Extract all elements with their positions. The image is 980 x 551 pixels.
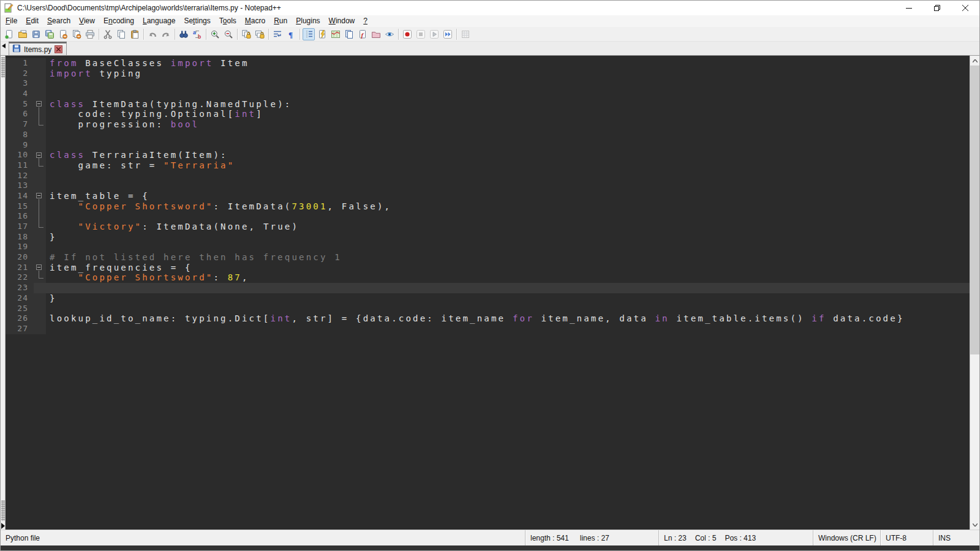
code-text[interactable]: # If not listed here then has frequency … xyxy=(46,252,970,263)
menu-help[interactable]: ? xyxy=(359,15,372,27)
fold-collapse-icon[interactable] xyxy=(34,263,46,273)
code-text[interactable]: class TerrariaItem(Item): xyxy=(46,150,970,160)
zoom-out-icon[interactable] xyxy=(222,28,235,40)
code-editor[interactable]: 1from BaseClasses import Item2import typ… xyxy=(6,56,970,530)
doc-switcher-icon[interactable] xyxy=(343,28,355,40)
new-file-icon[interactable] xyxy=(3,28,15,40)
line-number: 2 xyxy=(6,69,34,79)
toolbar-separator xyxy=(237,29,238,40)
fold-collapse-icon[interactable] xyxy=(34,150,46,160)
tab-close-icon[interactable] xyxy=(55,45,62,53)
print-icon[interactable] xyxy=(84,28,96,40)
tab-items-py[interactable]: Items.py xyxy=(9,42,67,55)
code-text[interactable] xyxy=(46,140,970,151)
code-text[interactable]: item_frequencies = { xyxy=(46,263,970,273)
fold-collapse-icon[interactable] xyxy=(34,99,46,110)
menu-encoding[interactable]: Encoding xyxy=(99,15,138,27)
close-button[interactable] xyxy=(951,1,979,15)
code-line-12: 12 xyxy=(6,171,970,181)
word-wrap-icon[interactable] xyxy=(271,28,284,40)
fold-collapse-icon[interactable] xyxy=(34,191,46,201)
dock-splitter[interactable] xyxy=(1,56,6,530)
folder-as-workspace-icon[interactable] xyxy=(370,28,382,40)
menu-tools[interactable]: Tools xyxy=(215,15,241,27)
code-text[interactable] xyxy=(46,89,970,99)
code-text[interactable] xyxy=(46,78,970,89)
code-text[interactable]: progression: bool xyxy=(46,119,970,130)
menu-view[interactable]: View xyxy=(75,15,99,27)
code-line-22: 22 "Copper Shortsword": 87, xyxy=(6,272,970,283)
paste-icon[interactable] xyxy=(129,28,141,40)
status-eol-format[interactable]: Windows (CR LF) xyxy=(813,530,880,545)
restore-button[interactable] xyxy=(923,1,951,15)
code-text[interactable] xyxy=(46,171,970,181)
code-text[interactable]: class ItemData(typing.NamedTuple): xyxy=(46,99,970,110)
code-text[interactable]: item_table = { xyxy=(46,191,970,201)
code-text[interactable]: "Copper Shortsword": 87, xyxy=(46,272,970,283)
menu-language[interactable]: Language xyxy=(138,15,179,27)
cut-icon[interactable] xyxy=(102,28,114,40)
status-encoding[interactable]: UTF-8 xyxy=(880,530,933,545)
status-insert-mode[interactable]: INS xyxy=(933,530,979,545)
monitoring-icon[interactable] xyxy=(383,28,396,40)
menu-search[interactable]: Search xyxy=(43,15,75,27)
fold-margin xyxy=(34,89,46,99)
save-all-icon[interactable] xyxy=(43,28,56,40)
scroll-up-icon[interactable] xyxy=(970,56,979,66)
macro-record-icon[interactable] xyxy=(401,28,413,40)
macro-run-multiple-icon[interactable] xyxy=(442,28,454,40)
menu-file[interactable]: File xyxy=(1,15,21,27)
line-number: 3 xyxy=(6,78,34,89)
scrollbar-thumb[interactable] xyxy=(970,66,979,354)
zoom-in-icon[interactable] xyxy=(209,28,221,40)
vertical-scrollbar[interactable] xyxy=(970,56,979,530)
menu-plugins[interactable]: Plugins xyxy=(292,15,324,27)
code-text[interactable] xyxy=(46,211,970,222)
macro-play-icon[interactable] xyxy=(428,28,440,40)
menu-macro[interactable]: Macro xyxy=(241,15,270,27)
menu-window[interactable]: Window xyxy=(325,15,360,27)
splitter-arrow-icon[interactable] xyxy=(1,523,5,529)
close-all-icon[interactable] xyxy=(70,28,83,40)
open-file-icon[interactable] xyxy=(17,28,29,40)
code-text[interactable]: from BaseClasses import Item xyxy=(46,58,970,69)
code-text[interactable] xyxy=(46,283,970,293)
code-text[interactable] xyxy=(46,304,970,314)
document-list-icon[interactable] xyxy=(330,28,342,40)
tab-scroll-left-icon[interactable] xyxy=(1,42,6,55)
sync-vertical-scroll-icon[interactable] xyxy=(240,28,252,40)
save-file-icon[interactable] xyxy=(30,28,42,40)
code-text[interactable]: import typing xyxy=(46,69,970,79)
show-indent-guide-icon[interactable] xyxy=(303,28,315,40)
code-text[interactable]: game: str = "Terraria" xyxy=(46,160,970,171)
copy-icon[interactable] xyxy=(115,28,127,40)
menu-edit[interactable]: Edit xyxy=(21,15,43,27)
code-text[interactable]: "Copper Shortsword": ItemData(73001, Fal… xyxy=(46,201,970,212)
code-text[interactable] xyxy=(46,324,970,334)
undo-icon[interactable] xyxy=(146,28,159,40)
find-icon[interactable] xyxy=(178,28,190,40)
replace-icon[interactable]: ab xyxy=(191,28,203,40)
menu-settings[interactable]: Settings xyxy=(179,15,214,27)
code-text[interactable] xyxy=(46,130,970,140)
document-map-icon[interactable] xyxy=(316,28,328,40)
status-position: Pos : 413 xyxy=(725,534,756,542)
fold-margin xyxy=(34,324,46,334)
code-text[interactable]: } xyxy=(46,293,970,304)
redo-icon[interactable] xyxy=(160,28,172,40)
sync-horizontal-scroll-icon[interactable] xyxy=(254,28,266,40)
show-all-characters-icon[interactable]: ¶ xyxy=(285,28,297,40)
code-text[interactable] xyxy=(46,181,970,191)
macro-stop-icon[interactable] xyxy=(415,28,427,40)
function-list-icon[interactable]: f xyxy=(356,28,369,40)
code-text[interactable]: } xyxy=(46,232,970,242)
close-file-icon[interactable] xyxy=(57,28,69,40)
code-text[interactable] xyxy=(46,242,970,252)
code-text[interactable]: code: typing.Optional[int] xyxy=(46,109,970,119)
macro-save-icon[interactable] xyxy=(459,28,472,40)
code-text[interactable]: "Victory": ItemData(None, True) xyxy=(46,222,970,232)
minimize-button[interactable] xyxy=(895,1,923,15)
menu-run[interactable]: Run xyxy=(270,15,292,27)
scroll-down-icon[interactable] xyxy=(970,520,979,530)
code-text[interactable]: lookup_id_to_name: typing.Dict[int, str]… xyxy=(46,313,970,324)
